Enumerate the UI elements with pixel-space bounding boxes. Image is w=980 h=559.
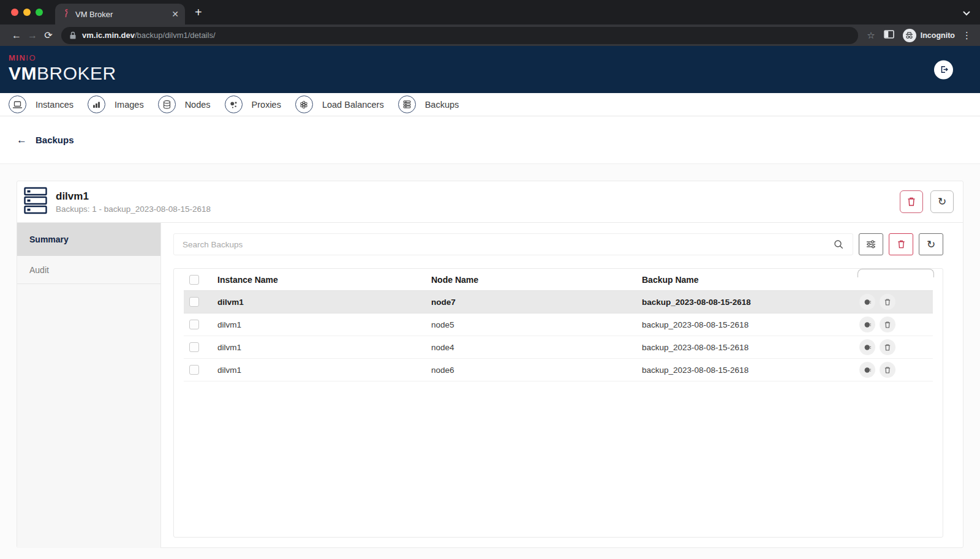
cell-backup-name: backup_2023-08-08-15-2618 bbox=[642, 366, 859, 375]
browser-tab-strip: VM Broker ✕ + bbox=[0, 0, 980, 24]
cell-node-name: node6 bbox=[431, 366, 642, 375]
bookmark-star-icon[interactable]: ☆ bbox=[867, 30, 875, 41]
search-backups-box bbox=[173, 233, 853, 255]
delete-backup-button[interactable] bbox=[880, 339, 895, 355]
browser-tab[interactable]: VM Broker ✕ bbox=[55, 4, 185, 24]
refresh-icon: ↻ bbox=[938, 197, 946, 207]
restore-icon bbox=[864, 321, 872, 329]
row-checkbox[interactable] bbox=[189, 297, 199, 307]
column-header-node: Node Name bbox=[431, 275, 642, 285]
restore-icon bbox=[864, 343, 872, 351]
browser-menu-icon[interactable]: ⋮ bbox=[962, 30, 971, 41]
nav-item-nodes[interactable]: Nodes bbox=[158, 96, 211, 113]
search-backups-input[interactable] bbox=[183, 240, 833, 249]
app-title-bold: VM bbox=[9, 63, 37, 83]
filter-columns-button[interactable] bbox=[859, 233, 883, 255]
page-background: dilvm1 Backups: 1 - backup_2023-08-08-15… bbox=[0, 164, 980, 559]
refresh-icon: ↻ bbox=[927, 239, 935, 250]
delete-vm-backups-button[interactable] bbox=[900, 190, 923, 213]
app-header: MINIO VMBROKER bbox=[0, 46, 980, 93]
incognito-label: Incognito bbox=[921, 31, 955, 40]
row-checkbox[interactable] bbox=[189, 320, 199, 329]
refresh-list-button[interactable]: ↻ bbox=[919, 233, 943, 255]
lock-icon bbox=[69, 31, 77, 40]
detail-sidebar: Summary Audit bbox=[17, 223, 161, 548]
restore-backup-button[interactable] bbox=[859, 339, 875, 355]
restore-backup-button[interactable] bbox=[859, 362, 875, 378]
vm-backup-summary: Backups: 1 - backup_2023-08-08-15-2618 bbox=[56, 204, 211, 214]
table-row[interactable]: dilvm1 node4 backup_2023-08-08-15-2618 bbox=[184, 336, 933, 359]
delete-backup-button[interactable] bbox=[880, 362, 895, 378]
zoom-window-button[interactable] bbox=[36, 9, 43, 16]
module-nav: Instances Images Nodes Proxies Load Bala… bbox=[0, 93, 980, 116]
cell-backup-name: backup_2023-08-08-15-2618 bbox=[642, 298, 859, 307]
logout-icon bbox=[939, 65, 949, 75]
tab-search-chevron-icon[interactable] bbox=[963, 7, 970, 18]
select-all-checkbox[interactable] bbox=[189, 275, 199, 285]
close-window-button[interactable] bbox=[11, 9, 18, 16]
tab-title: VM Broker bbox=[75, 10, 172, 19]
tab-audit[interactable]: Audit bbox=[17, 256, 160, 284]
browser-reload-button[interactable]: ⟳ bbox=[40, 29, 56, 41]
logout-button[interactable] bbox=[934, 60, 953, 79]
delete-backup-button[interactable] bbox=[880, 317, 895, 332]
refresh-vm-backups-button[interactable]: ↻ bbox=[930, 190, 954, 213]
restore-icon bbox=[864, 298, 872, 306]
back-arrow-icon[interactable]: ← bbox=[17, 134, 27, 146]
laptop-icon bbox=[9, 96, 26, 113]
column-header-backup: Backup Name bbox=[642, 275, 859, 285]
minimize-window-button[interactable] bbox=[23, 9, 31, 16]
nav-item-instances[interactable]: Instances bbox=[9, 96, 74, 113]
tab-summary[interactable]: Summary bbox=[17, 223, 160, 256]
sliders-icon bbox=[865, 239, 876, 249]
column-header-instance: Instance Name bbox=[217, 275, 431, 285]
bars-icon bbox=[88, 96, 105, 113]
delete-selected-button[interactable] bbox=[889, 233, 913, 255]
restore-backup-button[interactable] bbox=[859, 294, 875, 310]
browser-toolbar: ← → ⟳ vm.ic.min.dev/backup/dilvm1/detail… bbox=[0, 24, 980, 46]
window-controls bbox=[11, 9, 43, 16]
browser-forward-button[interactable]: → bbox=[24, 30, 40, 41]
url-domain: vm.ic.min.dev bbox=[82, 31, 135, 40]
backups-table: Instance Name Node Name Backup Name dilv… bbox=[173, 268, 943, 538]
nav-item-images[interactable]: Images bbox=[88, 96, 144, 113]
nav-label: Backups bbox=[425, 100, 459, 110]
browser-back-button[interactable]: ← bbox=[9, 30, 24, 41]
search-icon bbox=[833, 239, 844, 250]
tab-close-icon[interactable]: ✕ bbox=[172, 9, 179, 19]
app-title-light: BROKER bbox=[37, 63, 116, 83]
popover-fragment bbox=[858, 269, 934, 277]
trash-icon bbox=[884, 343, 891, 351]
cell-backup-name: backup_2023-08-08-15-2618 bbox=[642, 343, 859, 352]
cell-instance-name: dilvm1 bbox=[217, 320, 431, 329]
row-checkbox[interactable] bbox=[189, 365, 199, 375]
side-panel-icon[interactable] bbox=[884, 30, 894, 41]
row-checkbox[interactable] bbox=[189, 342, 199, 352]
table-row[interactable]: dilvm1 node7 backup_2023-08-08-15-2618 bbox=[184, 291, 933, 313]
breadcrumb-label[interactable]: Backups bbox=[36, 135, 74, 145]
backups-content: ↻ Instance Name Node Name Backup Name bbox=[161, 223, 963, 548]
cell-instance-name: dilvm1 bbox=[217, 343, 431, 352]
delete-backup-button[interactable] bbox=[880, 294, 895, 310]
cluster-icon bbox=[295, 96, 313, 113]
nav-label: Proxies bbox=[252, 100, 281, 110]
url-path: /backup/dilvm1/details/ bbox=[135, 31, 216, 40]
minio-logo-bold: MIN bbox=[9, 53, 26, 62]
restore-icon bbox=[864, 366, 872, 374]
table-row[interactable]: dilvm1 node5 backup_2023-08-08-15-2618 bbox=[184, 313, 933, 336]
trash-icon bbox=[884, 366, 891, 374]
cell-backup-name: backup_2023-08-08-15-2618 bbox=[642, 320, 859, 329]
nav-label: Nodes bbox=[185, 100, 211, 110]
address-bar[interactable]: vm.ic.min.dev/backup/dilvm1/details/ bbox=[61, 27, 858, 44]
nav-item-load-balancers[interactable]: Load Balancers bbox=[295, 96, 384, 113]
new-tab-button[interactable]: + bbox=[195, 6, 202, 20]
nav-item-backups[interactable]: Backups bbox=[398, 96, 459, 113]
restore-backup-button[interactable] bbox=[859, 317, 875, 332]
minio-logo-light: IO bbox=[26, 53, 36, 62]
cell-node-name: node7 bbox=[431, 298, 642, 307]
trash-icon bbox=[884, 321, 891, 329]
table-row[interactable]: dilvm1 node6 backup_2023-08-08-15-2618 bbox=[184, 359, 933, 381]
trash-icon bbox=[897, 239, 906, 249]
nav-item-proxies[interactable]: Proxies bbox=[225, 96, 281, 113]
server-stack-icon bbox=[398, 96, 416, 113]
